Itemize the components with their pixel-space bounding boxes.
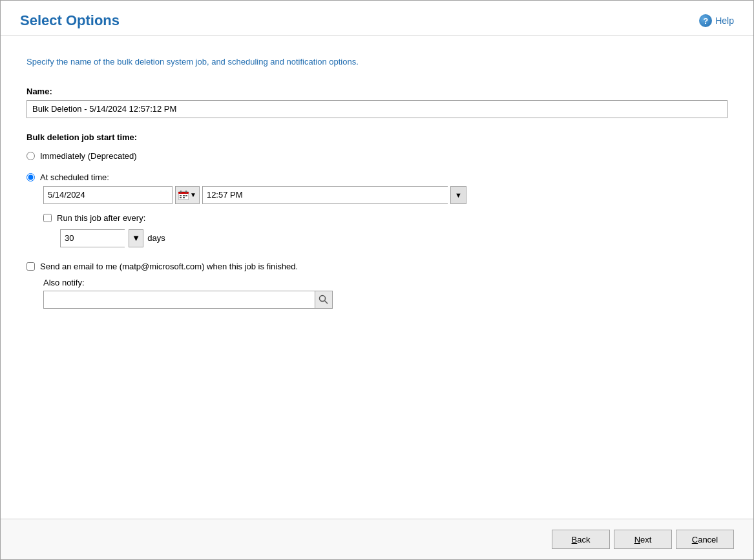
- days-input[interactable]: [60, 229, 125, 247]
- notify-search-button[interactable]: [315, 291, 333, 309]
- name-input[interactable]: [26, 100, 728, 118]
- svg-rect-5: [183, 195, 185, 196]
- help-label: Help: [715, 16, 734, 26]
- cancel-label: Cancel: [692, 535, 718, 544]
- radio-immediately-option: Immediately (Deprecated): [26, 151, 728, 161]
- back-label: Back: [572, 535, 591, 544]
- time-dropdown-button[interactable]: ▼: [450, 186, 466, 204]
- svg-rect-1: [178, 192, 189, 194]
- page-title: Select Options: [20, 12, 120, 29]
- form-content: Specify the name of the bulk deletion sy…: [1, 36, 753, 519]
- svg-rect-4: [180, 195, 182, 196]
- page-wrapper: Select Options ? Help Specify the name o…: [0, 0, 754, 560]
- send-email-checkbox[interactable]: [26, 262, 35, 271]
- back-button[interactable]: Back: [552, 530, 610, 549]
- email-section: Send an email to me (matp@microsoft.com)…: [26, 262, 728, 309]
- start-time-label: Bulk deletion job start time:: [26, 132, 728, 142]
- next-label: Next: [634, 535, 652, 544]
- date-input[interactable]: [43, 186, 173, 204]
- time-dropdown-arrow: ▼: [455, 191, 462, 199]
- calendar-dropdown-arrow: ▼: [190, 191, 196, 198]
- radio-scheduled[interactable]: [26, 173, 35, 181]
- help-icon: ?: [699, 14, 712, 27]
- calendar-icon: [178, 191, 189, 200]
- days-row: ▼ days: [60, 229, 728, 247]
- cancel-button[interactable]: Cancel: [676, 530, 734, 549]
- run-job-section: Run this job after every: ▼ days: [43, 213, 728, 247]
- run-job-checkbox[interactable]: [43, 214, 52, 222]
- radio-immediately-label[interactable]: Immediately (Deprecated): [40, 151, 137, 161]
- svg-rect-8: [183, 197, 185, 198]
- name-label: Name:: [26, 87, 728, 96]
- notify-input-row: [43, 291, 728, 309]
- help-link[interactable]: ? Help: [699, 14, 734, 27]
- email-label[interactable]: Send an email to me (matp@microsoft.com)…: [40, 262, 298, 271]
- start-time-group: Bulk deletion job start time: Immediatel…: [26, 132, 728, 247]
- radio-scheduled-label[interactable]: At scheduled time:: [40, 172, 109, 182]
- run-job-checkbox-row: Run this job after every:: [43, 213, 728, 223]
- also-notify-label: Also notify:: [43, 278, 728, 287]
- footer: Back Next Cancel: [1, 519, 753, 559]
- next-button[interactable]: Next: [614, 530, 672, 549]
- notify-input[interactable]: [43, 291, 315, 309]
- radio-immediately[interactable]: [26, 152, 35, 160]
- calendar-button[interactable]: ▼: [175, 186, 200, 204]
- search-icon: [319, 295, 329, 305]
- svg-point-9: [320, 295, 326, 301]
- svg-line-10: [325, 300, 328, 304]
- time-input[interactable]: [202, 186, 448, 204]
- page-header: Select Options ? Help: [1, 1, 753, 36]
- email-checkbox-row: Send an email to me (matp@microsoft.com)…: [26, 262, 728, 271]
- days-dropdown-button[interactable]: ▼: [129, 229, 143, 247]
- days-dropdown-arrow: ▼: [132, 233, 140, 243]
- radio-scheduled-option: At scheduled time:: [26, 172, 728, 182]
- run-job-label[interactable]: Run this job after every:: [57, 213, 145, 223]
- name-group: Name:: [26, 87, 728, 118]
- date-time-row: ▼ ▼: [43, 186, 728, 204]
- svg-rect-6: [185, 195, 187, 196]
- days-unit-label: days: [147, 233, 165, 243]
- svg-rect-7: [180, 197, 182, 198]
- description-text: Specify the name of the bulk deletion sy…: [26, 56, 728, 68]
